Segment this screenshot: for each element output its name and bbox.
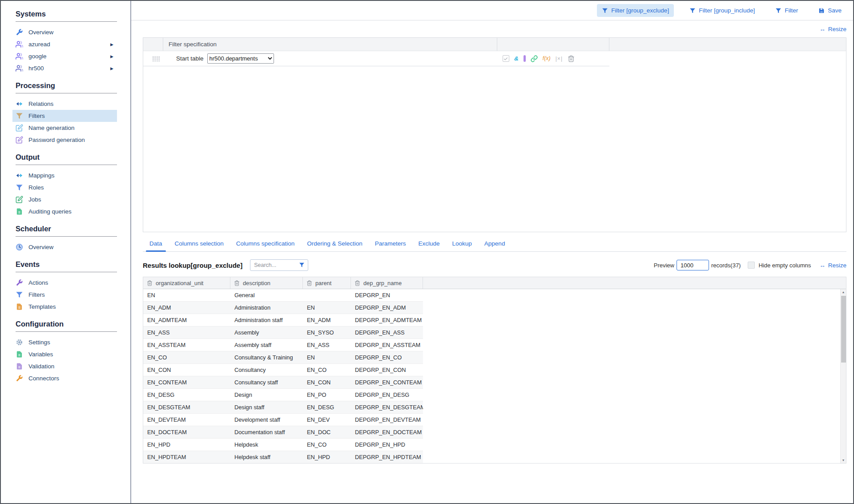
- table-row[interactable]: ENGeneralDEPGRP_EN: [143, 289, 423, 302]
- sidebar-section-systems: SystemsOverviewazuread▶google▶hr500▶: [1, 10, 130, 74]
- sidebar-item-mappings[interactable]: Mappings: [12, 169, 117, 181]
- or-operator-icon[interactable]: [524, 55, 526, 62]
- column-header-label: organizational_unit: [156, 280, 203, 286]
- validate-checkbox-icon[interactable]: [503, 55, 509, 62]
- and-operator-icon[interactable]: &: [514, 56, 519, 62]
- tab-append[interactable]: Append: [478, 237, 512, 251]
- table-row[interactable]: EN_HPDHelpdeskEN_CODEPGRP_EN_HPD: [143, 439, 423, 451]
- sidebar-item-overview[interactable]: Overview: [12, 241, 117, 253]
- sidebar-item-roles[interactable]: Roles: [12, 181, 117, 194]
- sidebar-item-azuread[interactable]: azuread▶: [12, 38, 117, 50]
- results-bar: Results lookup[group_exclude] Preview re…: [143, 259, 846, 271]
- sidebar-item-relations[interactable]: Relations: [12, 98, 117, 110]
- link-tables-icon[interactable]: [531, 55, 538, 62]
- column-header-dep-grp-name[interactable]: dep_grp_name: [351, 277, 423, 289]
- tab-lookup[interactable]: Lookup: [446, 237, 478, 251]
- table-row[interactable]: EN_CONConsultancyEN_CODEPGRP_EN_CON: [143, 364, 423, 376]
- sidebar-item-filters[interactable]: Filters: [12, 289, 117, 301]
- scrollbar-thumb[interactable]: [841, 296, 846, 363]
- sidebar-item-auditing-queries[interactable]: Auditing queries: [12, 206, 117, 218]
- delete-column-icon[interactable]: [354, 280, 360, 286]
- table-row[interactable]: EN_HPDTEAMHelpdesk staffEN_HPDDEPGRP_EN_…: [143, 451, 423, 464]
- filter-row-actions: &f(x)|×|: [503, 55, 575, 62]
- tab-columns-specification[interactable]: Columns specification: [230, 237, 301, 251]
- table-row[interactable]: EN_COConsultancy & TrainingENDEPGRP_EN_C…: [143, 351, 423, 364]
- resize-results-link[interactable]: ↔Resize: [819, 262, 846, 269]
- table-row[interactable]: EN_ASSTEAMAssembly staffEN_ASSDEPGRP_EN_…: [143, 339, 423, 351]
- table-cell: Assembly staff: [230, 339, 303, 351]
- column-header-organizational-unit[interactable]: organizational_unit: [143, 277, 230, 289]
- table-row[interactable]: EN_DESGTEAMDesign staffEN_DESGDEPGRP_EN_…: [143, 401, 423, 414]
- sidebar-item-overview[interactable]: Overview: [12, 26, 117, 38]
- sidebar-item-connectors[interactable]: Connectors: [12, 372, 117, 384]
- no-match-icon[interactable]: |×|: [556, 56, 563, 61]
- sidebar-item-hr500[interactable]: hr500▶: [12, 62, 117, 74]
- table-cell: DEPGRP_EN_DESGTEAM: [351, 401, 423, 413]
- table-cell: EN_ASSTEAM: [143, 339, 230, 351]
- edit-icon: [16, 124, 23, 132]
- sidebar-item-variables[interactable]: Variables: [12, 348, 117, 360]
- delete-column-icon[interactable]: [147, 280, 153, 286]
- filter-group-include-button[interactable]: Filter [group_include]: [685, 4, 760, 17]
- filter-button[interactable]: Filter: [770, 4, 803, 17]
- save-button[interactable]: Save: [814, 4, 846, 17]
- expand-arrow-icon[interactable]: ▶: [110, 66, 113, 71]
- resize-top-link[interactable]: ↔Resize: [819, 26, 846, 32]
- tab-exclude[interactable]: Exclude: [412, 237, 446, 251]
- start-table-select[interactable]: hr500.departments: [207, 53, 274, 64]
- table-row[interactable]: EN_DEVTEAMDevelopment staffEN_DEVDEPGRP_…: [143, 414, 423, 426]
- preview-records-input[interactable]: [677, 260, 709, 270]
- sidebar-item-actions[interactable]: Actions: [12, 277, 117, 289]
- column-header-parent[interactable]: parent: [303, 277, 351, 289]
- table-cell: DEPGRP_EN_HPD: [351, 439, 423, 451]
- filter-group-exclude-button[interactable]: Filter [group_exclude]: [597, 4, 674, 17]
- sidebar-item-jobs[interactable]: Jobs: [12, 194, 117, 206]
- sidebar-item-settings[interactable]: Settings: [12, 336, 117, 348]
- clock-icon: [16, 243, 23, 251]
- vertical-scrollbar[interactable]: ▲ ▼: [840, 289, 846, 463]
- delete-icon[interactable]: [568, 55, 575, 62]
- delete-column-icon[interactable]: [234, 280, 240, 286]
- results-title: Results lookup[group_exclude]: [143, 262, 242, 269]
- table-row[interactable]: EN_ADMTEAMAdministration staffEN_ADMDEPG…: [143, 314, 423, 327]
- table-cell: EN_CON: [143, 364, 230, 376]
- filter-specification-panel: Filter specification Start table hr500.d…: [143, 37, 846, 232]
- sidebar-item-filters[interactable]: Filters: [12, 110, 117, 122]
- sidebar-item-templates[interactable]: Templates: [12, 301, 117, 313]
- table-row[interactable]: EN_CONTEAMConsultancy staffEN_CONDEPGRP_…: [143, 376, 423, 389]
- table-row[interactable]: EN_ASSAssemblyEN_SYSODEPGRP_EN_ASS: [143, 327, 423, 339]
- expand-arrow-icon[interactable]: ▶: [110, 42, 113, 47]
- sidebar-item-password-generation[interactable]: Password generation: [12, 134, 117, 146]
- scroll-down-icon[interactable]: ▼: [841, 459, 846, 462]
- hide-empty-columns-checkbox[interactable]: [748, 262, 755, 269]
- tab-ordering-selection[interactable]: Ordering & Selection: [301, 237, 369, 251]
- function-icon[interactable]: f(x): [543, 56, 551, 61]
- sidebar-item-label: Templates: [28, 303, 56, 310]
- table-cell: DEPGRP_EN_ADM: [351, 302, 423, 314]
- sidebar-item-validation[interactable]: Validation: [12, 360, 117, 372]
- table-row[interactable]: EN_DESGDesignEN_PODEPGRP_EN_DESG: [143, 389, 423, 401]
- funnel-icon: [602, 8, 608, 14]
- expand-arrow-icon[interactable]: ▶: [110, 54, 113, 59]
- table-cell: EN_CO: [303, 439, 351, 451]
- section-title-output: Output: [16, 153, 130, 161]
- tab-parameters[interactable]: Parameters: [369, 237, 412, 251]
- scroll-up-icon[interactable]: ▲: [841, 290, 846, 294]
- drag-handle-icon[interactable]: [152, 56, 160, 61]
- column-header-description[interactable]: description: [230, 277, 303, 289]
- table-row[interactable]: EN_ADMAdministrationENDEPGRP_EN_ADM: [143, 302, 423, 314]
- sidebar-item-name-generation[interactable]: Name generation: [12, 122, 117, 134]
- filter-specification-title: Filter specification: [169, 41, 217, 48]
- search-filter-icon[interactable]: [299, 262, 305, 268]
- sidebar-item-label: Validation: [28, 363, 54, 370]
- tab-data[interactable]: Data: [143, 237, 169, 251]
- sidebar-item-label: Roles: [28, 184, 44, 191]
- funnel-icon: [16, 291, 23, 298]
- delete-column-icon[interactable]: [306, 280, 312, 286]
- sidebar-item-google[interactable]: google▶: [12, 50, 117, 62]
- table-cell: DEPGRP_EN_DOCTEAM: [351, 426, 423, 438]
- section-divider: [16, 331, 117, 332]
- tab-columns-selection[interactable]: Columns selection: [169, 237, 230, 251]
- table-cell: DEPGRP_EN: [351, 289, 423, 301]
- table-row[interactable]: EN_DOCTEAMDocumentation staffEN_DOCDEPGR…: [143, 426, 423, 439]
